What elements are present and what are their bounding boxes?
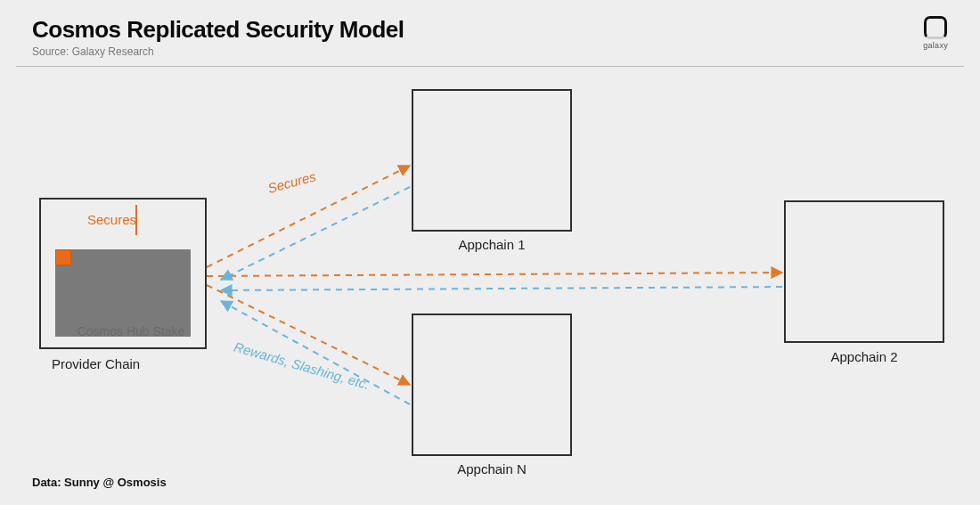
rewards-line-from-appchain1: [221, 187, 410, 280]
provider-chain-box: Secures Cosmos Hub Stake: [39, 198, 207, 349]
appchain-n-box: [412, 314, 572, 456]
data-credit: Data: Sunny @ Osmosis: [32, 476, 167, 489]
edge-rewards-label: Rewards, Slashing, etc.: [233, 339, 372, 393]
appchain-2-box: [784, 200, 944, 343]
edge-secures-label: Secures: [266, 168, 318, 196]
appchain-2-label: Appchain 2: [784, 349, 944, 364]
secures-line-to-appchain2: [207, 273, 782, 276]
provider-secures-label: Secures: [87, 212, 136, 227]
provider-chain-label: Provider Chain: [52, 356, 140, 371]
cosmos-hub-stake-label: Cosmos Hub Stake: [64, 324, 198, 338]
rewards-line-from-appchain2: [221, 287, 782, 290]
diagram-canvas: Secures Cosmos Hub Stake Provider Chain …: [0, 0, 980, 505]
appchain-1-label: Appchain 1: [412, 237, 572, 252]
appchain-n-label: Appchain N: [412, 461, 572, 476]
appchain-1-box: [412, 89, 572, 232]
stake-highlight-icon: [55, 249, 71, 265]
